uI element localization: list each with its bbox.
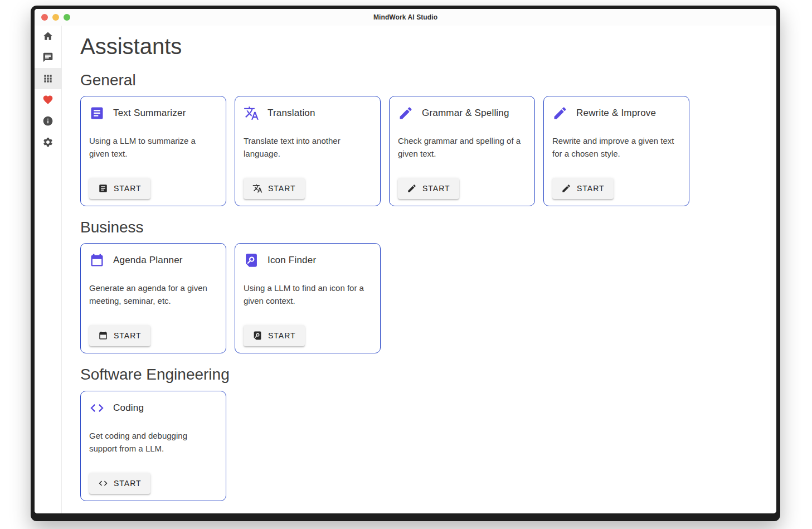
start-button[interactable]: START [398,178,459,199]
card-title: Rewrite & Improve [576,108,656,119]
sidebar-item-home[interactable] [35,26,61,47]
minimize-window-button[interactable] [52,14,59,21]
start-button-label: START [114,331,142,340]
assistant-card: Rewrite & Improve Rewrite and improve a … [543,96,689,206]
start-button-label: START [422,184,450,193]
spacer [89,455,218,473]
article-icon [89,105,105,121]
spacer [89,160,218,178]
start-button-label: START [114,479,142,488]
spacer [244,160,372,178]
card-header: Translation [244,105,372,121]
page-title: Assistants [80,33,765,59]
card-description: Check grammar and spelling of a given te… [398,134,527,160]
code-icon [89,400,105,416]
assistant-card: Coding Get coding and debugging support … [80,391,226,501]
spacer [244,307,372,325]
settings-gear-icon [42,137,54,148]
start-button[interactable]: START [244,178,305,199]
assistant-sections: General Text Summarizer Using a LLM to s… [80,71,765,501]
start-button-label: START [577,184,605,193]
sidebar-item-chats[interactable] [35,47,61,68]
calendar-icon [89,253,105,268]
start-button-label: START [114,184,142,193]
edit-pencil-icon [561,183,571,193]
start-button-label: START [268,331,296,340]
card-header: Rewrite & Improve [552,105,681,121]
assistant-card: Icon Finder Using a LLM to find an icon … [235,243,381,353]
card-row: Agenda Planner Generate an agenda for a … [80,243,765,353]
assistant-section: Software Engineering Coding Get coding a… [80,366,765,501]
section-title: Business [80,219,765,236]
edit-pencil-icon [407,183,417,193]
zoom-window-button[interactable] [64,14,70,21]
chat-icon [42,52,54,63]
card-header: Grammar & Spelling [398,105,527,121]
card-description: Using a LLM to summarize a given text. [89,134,218,160]
section-title: General [80,71,765,89]
card-title: Text Summarizer [113,108,186,119]
start-button[interactable]: START [89,178,150,199]
translate-icon [244,105,259,121]
card-row: Text Summarizer Using a LLM to summarize… [80,96,765,206]
card-row: Coding Get coding and debugging support … [80,391,765,501]
close-window-button[interactable] [41,14,48,21]
start-button[interactable]: START [89,473,150,494]
calendar-icon [98,331,108,341]
edit-pencil-icon [552,105,568,121]
app-window: MindWork AI Studio Assistants General Te… [31,6,780,521]
card-header: Icon Finder [244,253,372,268]
sidebar-item-settings[interactable] [35,132,61,153]
start-button[interactable]: START [89,325,150,346]
card-description: Translate text into another language. [244,134,372,160]
app-surface: MindWork AI Studio Assistants General Te… [35,9,776,513]
sidebar-item-supporters[interactable] [35,89,61,110]
card-header: Text Summarizer [89,105,218,121]
edit-pencil-icon [398,105,414,121]
start-button[interactable]: START [244,325,305,346]
start-button[interactable]: START [552,178,614,199]
card-title: Icon Finder [268,255,316,266]
assistant-card: Text Summarizer Using a LLM to summarize… [80,96,226,206]
start-button-label: START [268,184,296,193]
assistant-section: Business Agenda Planner Generate an agen… [80,219,765,353]
sidebar-item-about[interactable] [35,110,61,132]
window-title: MindWork AI Studio [35,13,776,21]
card-title: Translation [268,108,315,119]
icon-search-icon [252,331,262,341]
code-icon [98,478,108,488]
translate-icon [252,183,262,193]
spacer [398,160,527,178]
icon-search-icon [244,253,259,268]
card-description: Generate an agenda for a given meeting, … [89,282,218,307]
titlebar: MindWork AI Studio [35,9,776,26]
card-header: Agenda Planner [89,253,218,268]
info-icon [42,115,54,127]
assistant-section: General Text Summarizer Using a LLM to s… [80,71,765,206]
favorites-heart-icon [42,94,54,105]
assistant-card: Grammar & Spelling Check grammar and spe… [389,96,535,206]
sidebar [35,26,62,513]
assistant-card: Agenda Planner Generate an agenda for a … [80,243,226,353]
traffic-lights [35,14,70,21]
card-description: Get coding and debugging support from a … [89,429,218,455]
card-description: Rewrite and improve a given text for a c… [552,134,681,160]
card-title: Coding [113,402,144,414]
section-title: Software Engineering [80,366,765,384]
card-title: Agenda Planner [113,255,183,266]
card-description: Using a LLM to find an icon for a given … [244,282,372,307]
card-title: Grammar & Spelling [422,108,509,119]
spacer [552,160,681,178]
assistant-card: Translation Translate text into another … [235,96,381,206]
spacer [89,307,218,325]
main-content: Assistants General Text Summarizer Using… [62,26,776,513]
home-icon [42,31,54,42]
card-header: Coding [89,400,218,416]
apps-grid-icon [42,73,54,84]
sidebar-item-assistants[interactable] [35,68,61,89]
app-body: Assistants General Text Summarizer Using… [35,26,776,513]
article-icon [98,183,108,193]
